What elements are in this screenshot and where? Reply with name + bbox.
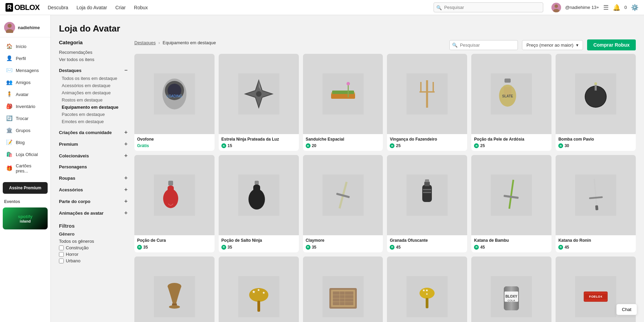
product-card-0[interactable]: LOADING Ovofone Grátis <box>134 54 215 151</box>
product-card-12[interactable]: Cálice R 50 <box>134 257 215 322</box>
cat-sub-emotes[interactable]: Emotes em destaque <box>62 118 127 125</box>
chat-button[interactable]: Chat <box>616 304 637 315</box>
product-price-value-7: 35 <box>228 245 232 250</box>
product-card-2[interactable]: Sanduíche Espacial R 20 <box>303 54 383 151</box>
topnav-settings-icon[interactable]: ⚙️ <box>631 4 639 11</box>
sidebar-item-label-blog: Blog <box>16 140 25 145</box>
product-card-16[interactable]: BLOXY COLA Bloxy Cola R 50 <box>471 257 551 322</box>
sidebar-username: nadiehime <box>18 25 40 30</box>
product-image-12 <box>134 257 215 322</box>
sidebar-item-loja[interactable]: 🛍️ Loja Oficial <box>1 148 49 160</box>
topnav-notification-icon[interactable]: 🔔 <box>613 4 620 11</box>
sort-dropdown[interactable]: Preço (menor ao maior) ▾ <box>522 40 583 50</box>
sidebar-item-inicio[interactable]: 🏠 Início <box>1 40 49 52</box>
filter-urbano[interactable]: Urbano <box>59 258 127 263</box>
sidebar-events-banner[interactable]: spotify island <box>3 207 48 229</box>
product-price-value-3: 25 <box>396 143 400 148</box>
filter-construcao[interactable]: Construção <box>59 245 127 250</box>
product-card-4[interactable]: SLATE Poção da Pele de Ardósia R 25 <box>471 54 551 151</box>
buy-robux-button[interactable]: Comprar Robux <box>587 39 636 50</box>
cat-acessorios: Acessórios + <box>59 185 127 194</box>
svg-point-14 <box>256 91 262 97</box>
topnav-search-input[interactable] <box>434 2 543 12</box>
product-card-13[interactable]: ★ ★ ★ Matraca Giratória de 2019 R 50 <box>219 257 299 322</box>
product-card-6[interactable]: Poção de Cura R 35 <box>134 155 215 252</box>
cat-sub-pacotes[interactable]: Pacotes em destaque <box>62 111 127 118</box>
filter-all-genders[interactable]: Todos os gêneros <box>59 239 127 244</box>
logo[interactable]: R OBLOX <box>5 3 39 12</box>
product-card-7[interactable]: Poção de Salto Ninja R 35 <box>219 155 299 252</box>
cat-criações-header[interactable]: Criações da comunidade + <box>59 128 127 137</box>
topnav-menu-icon[interactable]: ☰ <box>603 4 609 11</box>
sidebar-item-inventario[interactable]: 🎒 Inventário <box>1 100 49 112</box>
filter-construcao-checkbox[interactable] <box>59 246 64 250</box>
product-card-11[interactable]: Katana do Ronin R 45 <box>556 155 636 252</box>
svg-text:★: ★ <box>252 289 256 294</box>
product-image-14 <box>303 257 383 322</box>
filter-horror[interactable]: Horror <box>59 252 127 257</box>
cat-destaques-header[interactable]: Destaques − <box>59 66 127 75</box>
nav-criar[interactable]: Criar <box>115 5 125 10</box>
cat-roupas-header[interactable]: Roupas + <box>59 174 127 182</box>
nav-loja-avatar[interactable]: Loja do Avatar <box>76 5 107 10</box>
acessorios-plus-icon: + <box>124 187 127 193</box>
product-name-10: Katana de Bambu <box>474 238 549 243</box>
product-price-value-9: 45 <box>396 245 400 250</box>
product-card-15[interactable]: ★★ ★ Matraca de 2018 R 50 <box>387 257 467 322</box>
sidebar-item-label-avatar: Avatar <box>16 92 28 97</box>
cat-acessorios-header[interactable]: Acessórios + <box>59 185 127 194</box>
product-card-8[interactable]: Claymore R 35 <box>303 155 383 252</box>
sidebar-item-cartoes[interactable]: 🎁 Cartões pres... <box>1 160 49 176</box>
cat-parte-corpo-header[interactable]: Parte do corpo + <box>59 197 127 206</box>
cat-roupas-label: Roupas <box>59 176 75 181</box>
cat-colecionaveis-label: Colecionáveis <box>59 153 89 158</box>
cat-personagens-header[interactable]: Personagens <box>59 163 127 171</box>
cat-criações: Criações da comunidade + <box>59 128 127 137</box>
product-price-value-1: 15 <box>228 143 232 148</box>
product-card-5[interactable]: Bomba com Pavio R 30 <box>556 54 636 151</box>
sidebar-item-label-cartoes: Cartões pres... <box>16 163 44 174</box>
premium-button[interactable]: Assine Premium <box>3 182 48 194</box>
cat-link-recommendations[interactable]: Recomendações <box>59 49 127 56</box>
product-price-value-4: 25 <box>480 143 485 148</box>
product-name-7: Poção de Salto Ninja <box>221 238 296 243</box>
cat-sub-todos[interactable]: Todos os itens em destaque <box>62 75 127 82</box>
sidebar-item-trocar[interactable]: 🔄 Trocar <box>1 112 49 124</box>
cat-sub-animacoes[interactable]: Animações em destaque <box>62 89 127 96</box>
sidebar-item-grupos[interactable]: 🏛️ Grupos <box>1 124 49 136</box>
sidebar-item-amigos[interactable]: 👥 Amigos <box>1 76 49 88</box>
product-name-8: Claymore <box>306 238 380 243</box>
product-card-10[interactable]: Katana de Bambu R 45 <box>471 155 551 252</box>
product-info-6: Poção de Cura R 35 <box>134 235 215 252</box>
toolbar-search-icon: 🔍 <box>452 43 458 48</box>
sidebar-item-perfil[interactable]: 👤 Perfil <box>1 52 49 64</box>
product-card-1[interactable]: Estrela Ninja Prateada da Luz R 15 <box>219 54 299 151</box>
robux-icon-5: R <box>558 143 563 148</box>
product-price-10: R 45 <box>474 245 549 250</box>
cat-sub-rostos[interactable]: Rostos em destaque <box>62 96 127 104</box>
sidebar-item-blog[interactable]: 📝 Blog <box>1 136 49 148</box>
cat-link-all-items[interactable]: Ver todos os itens <box>59 56 127 63</box>
cat-sub-acessorios[interactable]: Acessórios em destaque <box>62 82 127 89</box>
product-card-14[interactable]: Tapete Comum R 50 <box>303 257 383 322</box>
svg-point-36 <box>594 82 597 85</box>
cat-premium-header[interactable]: Premium + <box>59 140 127 148</box>
filter-horror-checkbox[interactable] <box>59 252 64 257</box>
product-info-0: Ovofone Grátis <box>134 134 215 151</box>
cat-colecionaveis-header[interactable]: Colecionáveis + <box>59 151 127 160</box>
sidebar-item-mensagens[interactable]: ✉️ Mensagens <box>1 64 49 76</box>
toolbar-search-input[interactable] <box>449 40 518 50</box>
cat-sub-equipamento[interactable]: Equipamento em destaque <box>62 104 127 111</box>
filter-urbano-checkbox[interactable] <box>59 259 64 263</box>
product-card-3[interactable]: Vingança do Fazendeiro R 25 <box>387 54 467 151</box>
product-price-value-2: 20 <box>312 143 316 148</box>
filter-urbano-label: Urbano <box>66 258 81 263</box>
nav-descubra[interactable]: Descubra <box>48 5 68 10</box>
cat-animacoes-header[interactable]: Animações de avatar + <box>59 208 127 217</box>
product-card-9[interactable]: Granada Ofuscante R 45 <box>387 155 467 252</box>
breadcrumb-destaques[interactable]: Destaques <box>134 40 156 45</box>
sidebar-item-avatar[interactable]: 🧍 Avatar <box>1 88 49 100</box>
nav-robux[interactable]: Robux <box>134 5 148 10</box>
sidebar-item-label-perfil: Perfil <box>16 56 26 61</box>
topnav-avatar[interactable] <box>551 3 561 12</box>
